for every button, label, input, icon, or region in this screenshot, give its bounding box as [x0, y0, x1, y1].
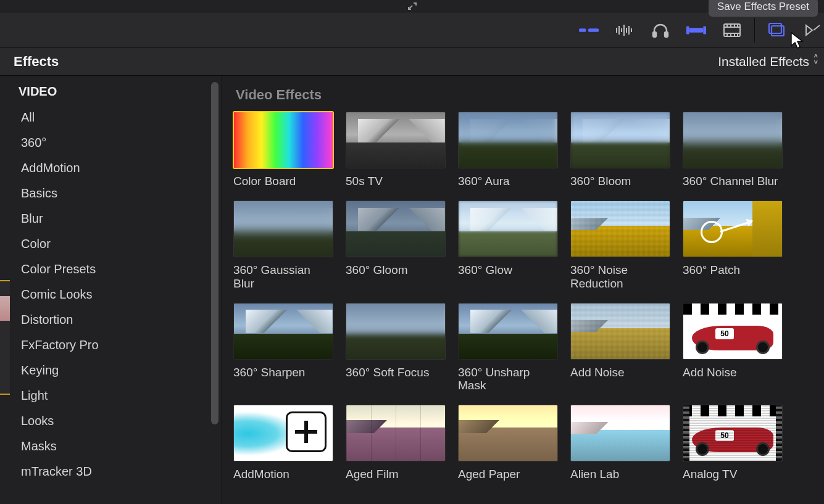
effect-item[interactable]: Add Noise — [570, 303, 670, 393]
effect-item[interactable]: 360° Aura — [458, 112, 558, 188]
effect-thumbnail[interactable] — [683, 200, 783, 257]
category-item[interactable]: Distortion — [0, 307, 222, 333]
effect-item[interactable]: 50Analog TV — [683, 405, 783, 481]
effect-item[interactable]: 360° Unsharp Mask — [458, 303, 558, 393]
category-item[interactable]: Comic Looks — [0, 282, 222, 307]
effect-thumbnail[interactable] — [570, 303, 670, 360]
timeline-toolbar: Effects Installed Effects ˄˅ — [0, 12, 824, 76]
updown-chevron-icon: ˄˅ — [813, 56, 819, 68]
effect-item[interactable]: 360° Glow — [458, 200, 558, 291]
effect-thumbnail[interactable] — [683, 112, 783, 168]
effect-label: 360° Sharpen — [233, 366, 333, 379]
effects-panel-title: Effects — [14, 54, 59, 70]
category-item[interactable]: All — [0, 105, 222, 130]
category-item[interactable]: Looks — [0, 408, 222, 434]
effect-thumbnail[interactable]: 50 — [683, 303, 783, 360]
category-item[interactable]: Color — [0, 231, 222, 257]
effects-library-dropdown[interactable]: Installed Effects ˄˅ — [718, 54, 819, 69]
effect-thumbnail[interactable] — [233, 200, 333, 257]
bowtie-icon[interactable] — [803, 20, 823, 40]
effect-label: 360° Patch — [683, 263, 783, 277]
effect-label: Aged Film — [346, 468, 446, 481]
effect-label: 360° Gaussian Blur — [233, 263, 333, 291]
effect-item[interactable]: 50s TV — [346, 112, 446, 188]
category-item[interactable]: mTracker 3D — [0, 459, 222, 484]
svg-rect-11 — [665, 32, 668, 37]
effect-thumbnail[interactable]: 50 — [683, 405, 783, 461]
effects-grid-heading: Video Effects — [236, 87, 815, 103]
svg-rect-1 — [579, 28, 586, 32]
effect-thumbnail[interactable] — [570, 200, 670, 257]
effect-thumbnail[interactable] — [346, 405, 446, 461]
category-item[interactable]: Masks — [0, 434, 222, 459]
effect-thumbnail[interactable] — [458, 303, 558, 360]
category-item[interactable]: AddMotion — [0, 155, 222, 181]
category-item[interactable]: Keying — [0, 358, 222, 383]
fade-handles-icon[interactable] — [579, 20, 599, 40]
effect-item[interactable]: AddMotion — [233, 405, 333, 481]
effect-label: Add Noise — [570, 366, 670, 379]
effect-label: 360° Glow — [458, 263, 558, 277]
category-item[interactable]: Basics — [0, 181, 222, 206]
audio-waveform-icon[interactable] — [615, 20, 635, 40]
effect-item[interactable]: 360° Soft Focus — [346, 303, 446, 393]
effect-item[interactable]: 360° Noise Reduction — [570, 200, 670, 291]
effect-item[interactable]: Alien Lab — [570, 405, 670, 481]
effect-item[interactable]: 360° Gloom — [346, 200, 446, 291]
effect-label: 360° Unsharp Mask — [458, 366, 558, 393]
effect-thumbnail[interactable] — [570, 405, 670, 461]
effect-label: Add Noise — [683, 366, 783, 379]
effect-label: 360° Bloom — [570, 175, 670, 188]
effect-thumbnail[interactable] — [458, 405, 558, 461]
effect-label: Aged Paper — [458, 468, 558, 481]
effect-item[interactable]: 360° Sharpen — [233, 303, 333, 393]
effect-label: 360° Noise Reduction — [570, 263, 670, 291]
effect-thumbnail[interactable] — [233, 303, 333, 360]
effect-item[interactable]: 360° Channel Blur — [683, 112, 783, 188]
effect-thumbnail[interactable] — [346, 112, 446, 168]
filmstrip-icon[interactable] — [722, 20, 742, 40]
category-item[interactable]: FxFactory Pro — [0, 333, 222, 358]
effects-grid-area: Video Effects Color Board50s TV360° Aura… — [222, 76, 824, 504]
svg-rect-2 — [588, 28, 599, 32]
viewer-footer-strip: Save Effects Preset — [0, 0, 824, 12]
effect-label: 50s TV — [346, 175, 446, 188]
effect-label: 360° Channel Blur — [683, 175, 783, 188]
svg-rect-13 — [686, 26, 689, 34]
effect-item[interactable]: 360° Gaussian Blur — [233, 200, 333, 291]
toolbar-divider — [754, 18, 755, 43]
effect-item[interactable]: Color Board — [233, 112, 333, 188]
effect-label: Color Board — [233, 175, 333, 188]
svg-rect-10 — [653, 32, 656, 37]
sidebar-scrollbar-thumb[interactable] — [211, 82, 218, 424]
effect-thumbnail[interactable] — [570, 112, 670, 168]
effect-thumbnail[interactable] — [458, 200, 558, 257]
effect-label: 360° Aura — [458, 175, 558, 188]
effects-library-dropdown-label: Installed Effects — [718, 54, 809, 69]
effect-thumbnail[interactable] — [233, 405, 333, 461]
effect-label: 360° Soft Focus — [346, 366, 446, 379]
effect-item[interactable]: 50Add Noise — [683, 303, 783, 393]
effect-item[interactable]: Aged Film — [346, 405, 446, 481]
svg-rect-14 — [703, 26, 706, 34]
effect-thumbnail[interactable] — [346, 303, 446, 360]
effect-thumbnail[interactable] — [233, 112, 333, 168]
category-item[interactable]: Light — [0, 383, 222, 408]
effect-item[interactable]: 360° Bloom — [570, 112, 670, 188]
headphones-icon[interactable] — [651, 20, 670, 40]
effect-label: 360° Gloom — [346, 263, 446, 277]
save-effects-preset-button[interactable]: Save Effects Preset — [709, 0, 818, 17]
timeline-clip-thumbnail — [0, 296, 10, 321]
media-browser-icon[interactable] — [767, 20, 787, 40]
category-item[interactable]: Blur — [0, 206, 222, 231]
range-markers-icon[interactable] — [686, 20, 706, 40]
effect-item[interactable]: Aged Paper — [458, 405, 558, 481]
category-item[interactable]: 360° — [0, 130, 222, 155]
effect-item[interactable]: 360° Patch — [683, 200, 783, 291]
effect-thumbnail[interactable] — [346, 200, 446, 257]
expand-viewer-icon[interactable] — [406, 1, 418, 11]
effects-category-sidebar: VIDEOAll360°AddMotionBasicsBlurColorColo… — [0, 76, 222, 504]
timeline-clip-peek — [0, 280, 10, 395]
category-item[interactable]: Color Presets — [0, 257, 222, 282]
effect-thumbnail[interactable] — [458, 112, 558, 168]
